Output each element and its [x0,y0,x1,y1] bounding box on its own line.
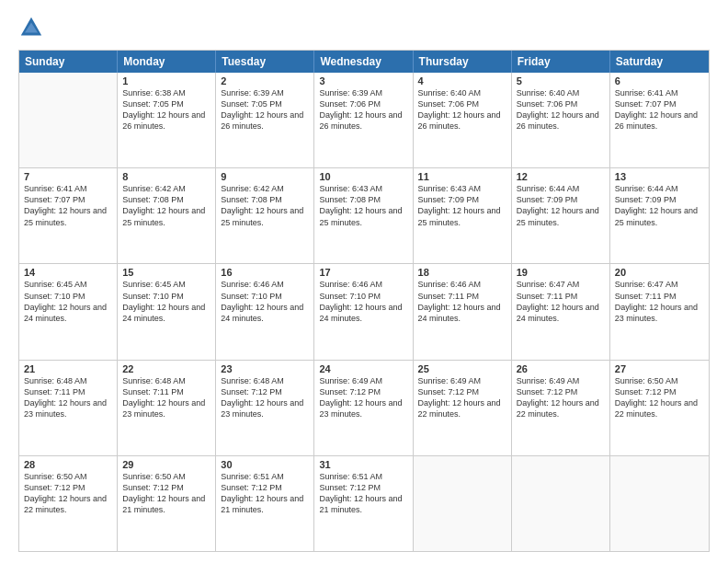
daylight-line: Daylight: 12 hours and 23 minutes. [122,397,210,419]
daylight-line: Daylight: 12 hours and 26 minutes. [221,109,309,132]
calendar-cell: 17 Sunrise: 6:46 AM Sunset: 7:10 PM Dayl… [314,264,413,359]
sunset-line: Sunset: 7:11 PM [122,386,210,397]
sunrise-line: Sunrise: 6:51 AM [319,471,407,482]
daylight-line: Daylight: 12 hours and 22 minutes. [24,493,112,515]
sunset-line: Sunset: 7:12 PM [221,482,309,493]
calendar-cell: 22 Sunrise: 6:48 AM Sunset: 7:11 PM Dayl… [118,361,216,455]
calendar-cell: 3 Sunrise: 6:39 AM Sunset: 7:06 PM Dayli… [314,73,413,167]
sunrise-line: Sunrise: 6:50 AM [122,471,210,482]
sunrise-line: Sunrise: 6:39 AM [221,87,309,98]
calendar-cell: 24 Sunrise: 6:49 AM Sunset: 7:12 PM Dayl… [314,361,413,455]
day-number: 4 [418,75,506,86]
sunset-line: Sunset: 7:12 PM [418,386,506,397]
day-number: 31 [319,459,407,470]
day-number: 15 [122,267,210,278]
daylight-line: Daylight: 12 hours and 25 minutes. [24,205,112,227]
sunset-line: Sunset: 7:11 PM [418,291,506,302]
sunrise-line: Sunrise: 6:42 AM [122,183,210,194]
page: SundayMondayTuesdayWednesdayThursdayFrid… [0,0,728,563]
sunset-line: Sunset: 7:12 PM [24,482,112,493]
sunrise-line: Sunrise: 6:46 AM [221,279,309,290]
daylight-line: Daylight: 12 hours and 21 minutes. [319,493,407,515]
sunset-line: Sunset: 7:07 PM [615,98,704,109]
sunrise-line: Sunrise: 6:48 AM [221,375,309,386]
sunrise-line: Sunrise: 6:46 AM [418,279,506,290]
header-cell-monday: Monday [118,51,216,73]
calendar-cell: 8 Sunrise: 6:42 AM Sunset: 7:08 PM Dayli… [118,168,216,263]
sunrise-line: Sunrise: 6:49 AM [319,375,407,386]
daylight-line: Daylight: 12 hours and 24 minutes. [418,302,506,324]
calendar-cell: 7 Sunrise: 6:41 AM Sunset: 7:07 PM Dayli… [19,168,118,263]
day-number: 18 [418,267,506,278]
daylight-line: Daylight: 12 hours and 22 minutes. [418,397,506,419]
day-number: 21 [24,363,112,374]
sunset-line: Sunset: 7:10 PM [221,291,309,302]
day-number: 27 [615,363,704,374]
calendar-row-3: 21 Sunrise: 6:48 AM Sunset: 7:11 PM Dayl… [19,360,709,455]
sunset-line: Sunset: 7:09 PM [517,194,605,205]
header-cell-tuesday: Tuesday [216,51,314,73]
calendar-cell: 6 Sunrise: 6:41 AM Sunset: 7:07 PM Dayli… [610,73,709,167]
calendar-cell: 5 Sunrise: 6:40 AM Sunset: 7:06 PM Dayli… [512,73,610,167]
logo [18,15,48,40]
daylight-line: Daylight: 12 hours and 25 minutes. [517,205,605,227]
sunset-line: Sunset: 7:09 PM [615,194,704,205]
sunrise-line: Sunrise: 6:47 AM [517,279,605,290]
day-number: 5 [517,75,605,86]
sunrise-line: Sunrise: 6:49 AM [517,375,605,386]
sunrise-line: Sunrise: 6:44 AM [615,183,704,194]
day-number: 7 [24,171,112,182]
sunset-line: Sunset: 7:12 PM [615,386,704,397]
daylight-line: Daylight: 12 hours and 25 minutes. [615,205,704,227]
sunrise-line: Sunrise: 6:40 AM [517,87,605,98]
calendar-row-2: 14 Sunrise: 6:45 AM Sunset: 7:10 PM Dayl… [19,263,709,359]
sunset-line: Sunset: 7:12 PM [517,386,605,397]
sunrise-line: Sunrise: 6:39 AM [319,87,407,98]
sunrise-line: Sunrise: 6:38 AM [122,87,210,98]
header-cell-saturday: Saturday [610,51,709,73]
day-number: 22 [122,363,210,374]
day-number: 24 [319,363,407,374]
calendar-cell: 15 Sunrise: 6:45 AM Sunset: 7:10 PM Dayl… [118,264,216,359]
sunrise-line: Sunrise: 6:50 AM [24,471,112,482]
daylight-line: Daylight: 12 hours and 24 minutes. [122,302,210,324]
day-number: 29 [122,459,210,470]
calendar-body: 1 Sunrise: 6:38 AM Sunset: 7:05 PM Dayli… [19,73,709,551]
daylight-line: Daylight: 12 hours and 25 minutes. [122,205,210,227]
logo-icon [18,15,44,40]
sunset-line: Sunset: 7:06 PM [319,98,407,109]
day-number: 12 [517,171,605,182]
daylight-line: Daylight: 12 hours and 25 minutes. [418,205,506,227]
day-number: 3 [319,75,407,86]
day-number: 9 [221,171,309,182]
daylight-line: Daylight: 12 hours and 21 minutes. [221,493,309,515]
sunset-line: Sunset: 7:05 PM [122,98,210,109]
day-number: 17 [319,267,407,278]
sunset-line: Sunset: 7:11 PM [517,291,605,302]
calendar-cell [512,456,610,551]
day-number: 25 [418,363,506,374]
daylight-line: Daylight: 12 hours and 26 minutes. [418,109,506,132]
sunset-line: Sunset: 7:08 PM [122,194,210,205]
sunrise-line: Sunrise: 6:44 AM [517,183,605,194]
day-number: 14 [24,267,112,278]
daylight-line: Daylight: 12 hours and 23 minutes. [319,397,407,419]
sunset-line: Sunset: 7:10 PM [24,291,112,302]
sunset-line: Sunset: 7:10 PM [122,291,210,302]
calendar-cell: 10 Sunrise: 6:43 AM Sunset: 7:08 PM Dayl… [314,168,413,263]
sunset-line: Sunset: 7:09 PM [418,194,506,205]
calendar-row-0: 1 Sunrise: 6:38 AM Sunset: 7:05 PM Dayli… [19,73,709,167]
calendar-cell: 1 Sunrise: 6:38 AM Sunset: 7:05 PM Dayli… [118,73,216,167]
calendar-row-4: 28 Sunrise: 6:50 AM Sunset: 7:12 PM Dayl… [19,455,709,551]
calendar-cell: 11 Sunrise: 6:43 AM Sunset: 7:09 PM Dayl… [414,168,512,263]
calendar-cell: 27 Sunrise: 6:50 AM Sunset: 7:12 PM Dayl… [610,361,709,455]
sunset-line: Sunset: 7:12 PM [319,482,407,493]
sunrise-line: Sunrise: 6:51 AM [221,471,309,482]
calendar-cell: 2 Sunrise: 6:39 AM Sunset: 7:05 PM Dayli… [216,73,314,167]
sunrise-line: Sunrise: 6:48 AM [122,375,210,386]
sunset-line: Sunset: 7:12 PM [221,386,309,397]
calendar-row-1: 7 Sunrise: 6:41 AM Sunset: 7:07 PM Dayli… [19,167,709,263]
calendar-cell: 23 Sunrise: 6:48 AM Sunset: 7:12 PM Dayl… [216,361,314,455]
header [18,15,710,40]
daylight-line: Daylight: 12 hours and 25 minutes. [221,205,309,227]
